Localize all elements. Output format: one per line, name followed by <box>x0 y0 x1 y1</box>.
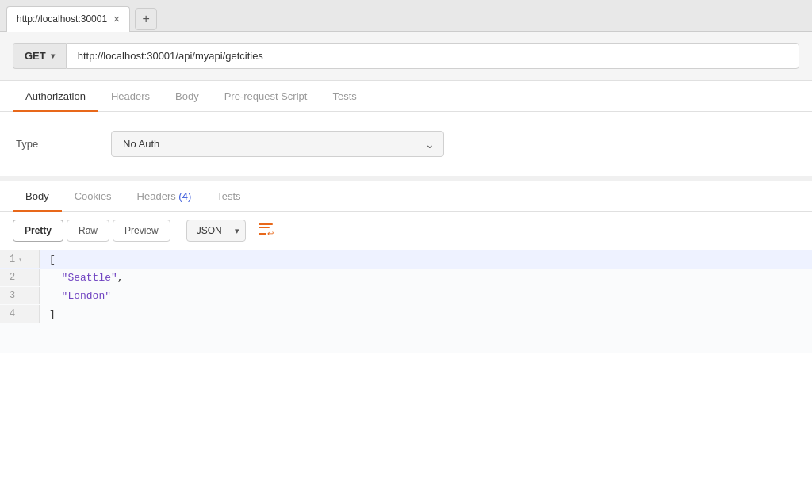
auth-type-select[interactable]: No Auth Bearer Token Basic Auth API Key … <box>111 131 444 157</box>
request-tabs-nav: Authorization Headers Body Pre-request S… <box>0 81 812 112</box>
line-number-3: 3 <box>0 287 40 304</box>
code-line-3: 3 "London" <box>0 287 812 305</box>
tab-headers[interactable]: Headers <box>98 81 163 112</box>
code-line-1: 1 ▾ [ <box>0 250 812 269</box>
auth-type-wrapper: No Auth Bearer Token Basic Auth API Key … <box>111 131 444 157</box>
format-type-wrapper: JSON XML HTML Text ▾ <box>186 220 246 242</box>
line-arrow-icon: ▾ <box>18 256 22 263</box>
wrap-lines-button[interactable]: ↩ <box>255 220 277 241</box>
code-line-4: 4 ] <box>0 305 812 323</box>
format-raw-button[interactable]: Raw <box>67 220 109 242</box>
response-tabs-nav: Body Cookies Headers (4) Tests <box>0 181 812 212</box>
method-label: GET <box>25 50 46 62</box>
line-number-1: 1 ▾ <box>0 250 40 268</box>
tab-label: http://localhost:30001 <box>17 13 107 25</box>
line-number-4: 4 <box>0 305 40 323</box>
code-editor: 1 ▾ [ 2 "Seattle", 3 "London" 4 ] <box>0 250 812 353</box>
tab-response-body[interactable]: Body <box>13 181 62 212</box>
method-selector[interactable]: GET ▾ <box>13 43 66 69</box>
format-pretty-button[interactable]: Pretty <box>13 220 63 242</box>
tab-body[interactable]: Body <box>163 81 212 112</box>
line-number-2: 2 <box>0 269 40 286</box>
tab-close-button[interactable]: × <box>113 13 120 25</box>
tab-pre-request-script[interactable]: Pre-request Script <box>212 81 320 112</box>
method-chevron-icon: ▾ <box>51 52 55 60</box>
tab-tests[interactable]: Tests <box>320 81 369 112</box>
auth-content: Type No Auth Bearer Token Basic Auth API… <box>0 112 812 176</box>
code-line-2: 2 "Seattle", <box>0 269 812 287</box>
new-tab-button[interactable]: + <box>135 8 157 30</box>
tab-response-tests[interactable]: Tests <box>204 181 253 212</box>
format-preview-button[interactable]: Preview <box>113 220 170 242</box>
tab-response-cookies[interactable]: Cookies <box>62 181 124 212</box>
tab-authorization[interactable]: Authorization <box>13 81 98 112</box>
format-bar: Pretty Raw Preview JSON XML HTML Text ▾ … <box>0 212 812 250</box>
tab-response-headers[interactable]: Headers (4) <box>124 181 205 212</box>
auth-type-label: Type <box>16 138 111 150</box>
url-input[interactable] <box>66 43 799 69</box>
request-bar: GET ▾ <box>0 32 812 81</box>
wrap-icon: ↩ <box>259 223 274 238</box>
format-type-select[interactable]: JSON XML HTML Text <box>186 220 246 242</box>
request-section: Authorization Headers Body Pre-request S… <box>0 81 812 181</box>
headers-badge: (4) <box>178 190 191 202</box>
response-section: Body Cookies Headers (4) Tests Pretty Ra… <box>0 181 812 353</box>
browser-tab[interactable]: http://localhost:30001 × <box>6 6 130 32</box>
browser-tab-bar: http://localhost:30001 × + <box>0 0 812 32</box>
